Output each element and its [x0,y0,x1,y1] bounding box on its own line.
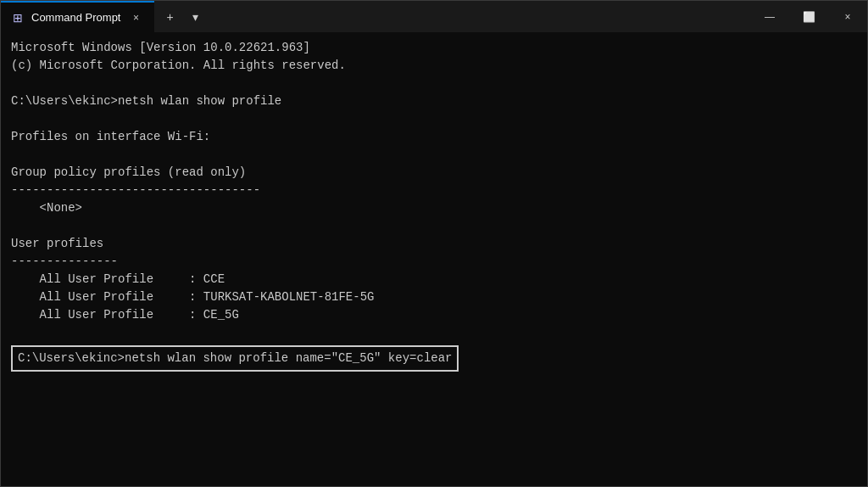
command-prompt-window: ⊞ Command Prompt × + ▾ — ⬜ × Microsoft W… [0,0,868,487]
terminal-line: --------------- [11,253,857,271]
terminal-line: All User Profile : CCE [11,271,857,288]
active-tab[interactable]: ⊞ Command Prompt × [1,1,154,32]
window-controls: — ⬜ × [750,1,867,32]
terminal-output: Microsoft Windows [Version 10.0.22621.96… [11,39,857,342]
terminal-line [11,75,857,92]
current-command-text: C:\Users\ekinc>netsh wlan show profile n… [18,350,452,367]
maximize-button[interactable]: ⬜ [789,1,828,32]
terminal-line [11,217,857,235]
terminal-line: User profiles [11,235,857,253]
new-tab-button[interactable]: + [158,5,181,29]
terminal-line: ----------------------------------- [11,182,857,199]
minimize-button[interactable]: — [750,1,789,32]
close-button[interactable]: × [828,1,867,32]
terminal-line: (c) Microsoft Corporation. All rights re… [11,57,857,75]
terminal-line: Profiles on interface Wi-Fi: [11,128,857,146]
terminal-line [11,110,857,128]
titlebar: ⊞ Command Prompt × + ▾ — ⬜ × [1,1,867,32]
tab-dropdown-button[interactable]: ▾ [183,5,207,29]
terminal-line: All User Profile : CE_5G [11,306,857,324]
terminal-line: Group policy profiles (read only) [11,164,857,182]
terminal-line: C:\Users\ekinc>netsh wlan show profile [11,92,857,110]
terminal-line [11,324,857,342]
tab-actions: + ▾ [154,1,210,32]
tab-area: ⊞ Command Prompt × + ▾ [1,1,750,32]
terminal-line: Microsoft Windows [Version 10.0.22621.96… [11,39,857,57]
current-command-line[interactable]: C:\Users\ekinc>netsh wlan show profile n… [11,345,459,372]
terminal-line [11,146,857,164]
terminal-line: <None> [11,199,857,217]
tab-close-button[interactable]: × [127,9,144,26]
terminal-body[interactable]: Microsoft Windows [Version 10.0.22621.96… [1,32,867,486]
terminal-icon: ⊞ [11,11,25,25]
tab-title: Command Prompt [31,11,120,24]
terminal-line: All User Profile : TURKSAT-KABOLNET-81FE… [11,288,857,306]
